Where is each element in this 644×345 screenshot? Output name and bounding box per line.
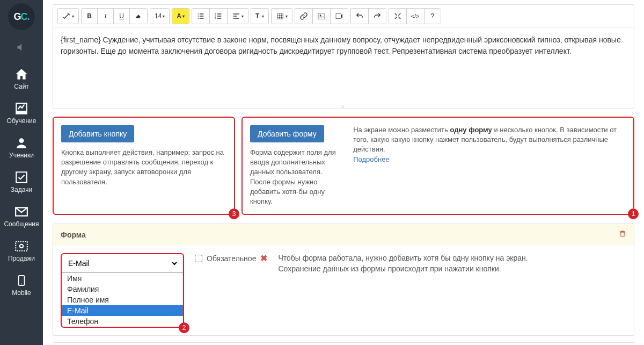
chevron-down-icon: ▾ <box>286 14 288 19</box>
gear-icon <box>14 239 29 254</box>
field-select[interactable]: E-Mail <box>66 256 179 270</box>
field-select-wrap: E-Mail Имя Фамилия Полное имя E-Mail Тел… <box>61 253 184 328</box>
sidebar-item-mobile[interactable]: Mobile <box>0 268 43 302</box>
magic-button[interactable]: ▾ <box>58 9 78 24</box>
bold-button[interactable]: B <box>82 9 98 24</box>
option-name[interactable]: Имя <box>62 273 183 284</box>
logo-g: G <box>13 11 20 23</box>
table-button[interactable]: ▾ <box>272 9 292 24</box>
code-button[interactable]: </> <box>407 9 425 24</box>
form-panel-header: Форма <box>53 224 634 246</box>
editor-toolbar: ▾ B I U 14▾ A▾ 123 ▾ <box>53 5 634 28</box>
editor-content[interactable]: {first_name} Суждение, учитывая отсутств… <box>53 28 634 103</box>
badge-1: 1 <box>628 209 639 219</box>
form-note: Чтобы форма работала, нужно добавить хот… <box>278 253 557 274</box>
add-form-box: Добавить форму Форма содержит поля для в… <box>241 117 634 215</box>
logo-dot: . <box>27 11 30 23</box>
italic-button[interactable]: I <box>98 9 114 24</box>
sidebar-item-messages[interactable]: Сообщения <box>0 199 43 233</box>
chevron-down-icon: ▾ <box>72 14 74 19</box>
logo[interactable]: GC. <box>8 3 35 30</box>
add-button-button[interactable]: Добавить кнопку <box>61 125 134 142</box>
sidebar-label: Продажи <box>8 255 35 262</box>
textsize-button[interactable]: TI▾ <box>251 9 268 24</box>
option-phone[interactable]: Телефон <box>62 316 183 327</box>
help-button[interactable]: ? <box>425 9 441 24</box>
ul-button[interactable] <box>192 9 210 24</box>
text-color-button[interactable]: A▾ <box>172 9 189 24</box>
image-button[interactable] <box>313 9 331 24</box>
undo-button[interactable] <box>351 9 369 24</box>
add-form-button[interactable]: Добавить форму <box>250 125 324 142</box>
option-surname[interactable]: Фамилия <box>62 284 183 294</box>
sidebar-item-sound[interactable] <box>0 34 43 61</box>
svg-text:3: 3 <box>215 17 216 19</box>
check-icon <box>14 170 29 185</box>
form-panel-title: Форма <box>61 231 86 239</box>
fontsize-button[interactable]: 14▾ <box>150 9 169 24</box>
chevron-down-icon: ▾ <box>182 14 185 19</box>
resize-grip[interactable]: ≡ <box>53 103 634 109</box>
eraser-button[interactable] <box>130 9 147 24</box>
chart-icon <box>14 101 29 116</box>
sidebar-item-tasks[interactable]: Задачи <box>0 164 43 199</box>
editor-panel: ▾ B I U 14▾ A▾ 123 ▾ <box>53 4 634 109</box>
phone-icon <box>14 273 29 288</box>
form-side-note: На экране можно разместить одну форму и … <box>353 125 626 206</box>
chevron-down-icon: ▾ <box>241 14 244 19</box>
details-link[interactable]: Подробнее <box>353 155 389 163</box>
sidebar-item-site[interactable]: Сайт <box>0 61 43 96</box>
add-button-box: Добавить кнопку Кнопка выполняет действи… <box>53 117 235 215</box>
required-checkbox[interactable] <box>195 255 202 262</box>
video-button[interactable] <box>331 9 348 24</box>
underline-button[interactable]: U <box>114 9 130 24</box>
sidebar-label: Ученики <box>9 152 34 159</box>
fullscreen-button[interactable] <box>389 9 407 24</box>
svg-point-2 <box>21 284 22 285</box>
main: ▾ B I U 14▾ A▾ 123 ▾ <box>43 0 644 345</box>
sidebar-item-users[interactable]: Ученики <box>0 130 43 164</box>
badge-2: 2 <box>179 322 189 333</box>
sidebar-item-sales[interactable]: Продажи <box>0 233 43 268</box>
users-icon <box>14 135 29 150</box>
add-button-desc: Кнопка выполняет действия, например: зап… <box>61 148 226 187</box>
chevron-down-icon: ▾ <box>163 14 165 19</box>
svg-rect-8 <box>336 13 341 18</box>
sidebar-label: Задачи <box>11 186 32 193</box>
add-form-desc: Форма содержит поля для ввода дополнител… <box>250 148 342 206</box>
home-icon <box>14 67 29 82</box>
sidebar-label: Обучение <box>7 117 36 125</box>
link-button[interactable] <box>295 9 313 24</box>
delete-form-button[interactable] <box>619 229 626 240</box>
mail-icon <box>14 204 29 219</box>
badge-3: 3 <box>229 209 239 219</box>
option-fullname[interactable]: Полное имя <box>62 294 183 305</box>
sidebar-label: Сайт <box>14 83 29 90</box>
buttons-panel: Кн ↑ ↓ <box>53 342 634 345</box>
fontsize-value: 14 <box>155 12 162 20</box>
svg-point-0 <box>20 245 24 248</box>
option-email[interactable]: E-Mail <box>62 305 183 316</box>
sidebar-label: Mobile <box>12 289 31 297</box>
logo-c: C <box>21 11 27 23</box>
remove-field-button[interactable]: ✖ <box>260 253 267 263</box>
redo-button[interactable] <box>369 9 386 24</box>
sidebar: GC. Сайт Обучение Ученики Задачи Сообщен… <box>0 0 43 345</box>
svg-rect-6 <box>318 13 325 19</box>
required-label: Обязательное <box>207 254 256 263</box>
sound-icon <box>14 40 29 55</box>
ol-button[interactable]: 123 <box>210 9 228 24</box>
chevron-down-icon: ▾ <box>262 14 264 19</box>
sidebar-label: Сообщения <box>4 220 39 228</box>
form-panel: Форма E-Mail Имя Фамилия <box>53 224 634 336</box>
sidebar-item-learning[interactable]: Обучение <box>0 96 43 130</box>
field-select-dropdown: Имя Фамилия Полное имя E-Mail Телефон <box>62 273 183 327</box>
align-button[interactable]: ▾ <box>228 9 248 24</box>
